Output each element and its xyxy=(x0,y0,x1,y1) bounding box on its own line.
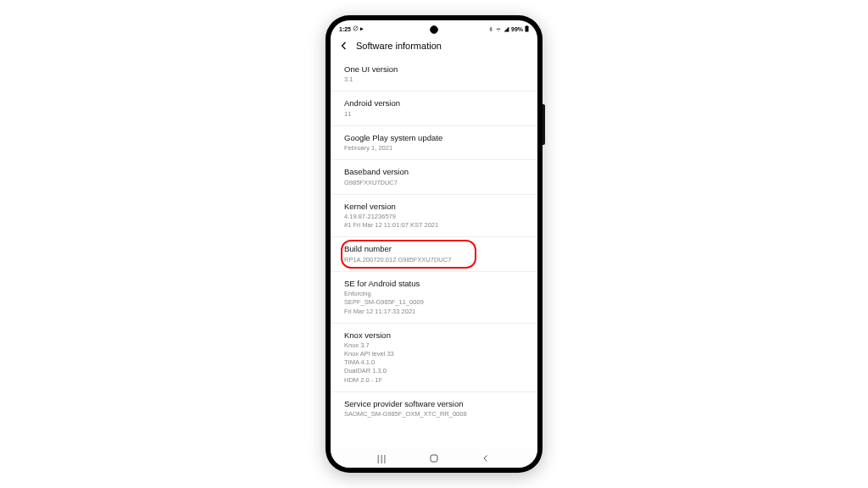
battery-percent: 99% xyxy=(511,26,523,32)
item-value: SAOMC_SM-G985F_OXM_XTC_RR_0008 xyxy=(344,410,524,419)
settings-item[interactable]: One UI version3.1 xyxy=(331,58,537,92)
item-label: Kernel version xyxy=(344,202,524,212)
svg-rect-3 xyxy=(526,25,528,26)
item-label: Knox version xyxy=(344,330,524,341)
settings-item[interactable]: Kernel version4.19.87-21236579 #1 Fri Ma… xyxy=(331,195,537,238)
item-value: February 1, 2021 xyxy=(344,144,524,152)
page-title: Software information xyxy=(356,41,442,51)
battery-icon xyxy=(525,25,529,32)
navigation-bar: ||| xyxy=(331,449,537,468)
mute-icon xyxy=(353,25,359,32)
signal-icon xyxy=(504,26,509,32)
item-value: G985FXXU7DUC7 xyxy=(344,179,524,187)
settings-item[interactable]: Knox versionKnox 3.7 Knox API level 33 T… xyxy=(331,324,537,392)
item-label: One UI version xyxy=(344,64,524,75)
item-label: Build number xyxy=(344,244,524,254)
settings-item[interactable]: Google Play system updateFebruary 1, 202… xyxy=(331,126,537,160)
settings-item[interactable]: Baseband versionG985FXXU7DUC7 xyxy=(331,160,537,194)
nav-home[interactable] xyxy=(421,453,447,463)
punch-hole-camera xyxy=(430,25,438,34)
phone-frame: 1:25 ▸ 99% xyxy=(326,15,542,473)
bluetooth-icon xyxy=(488,26,493,32)
settings-item[interactable]: Build numberRP1A.200720.012.G985FXXU7DUC… xyxy=(331,237,537,271)
back-button[interactable] xyxy=(339,41,349,51)
item-label: Google Play system update xyxy=(344,133,524,143)
svg-rect-2 xyxy=(526,26,529,32)
settings-item[interactable]: SE for Android statusEnforcing SEPF_SM-G… xyxy=(331,272,537,324)
settings-item[interactable]: Android version11 xyxy=(331,92,537,125)
screen: 1:25 ▸ 99% xyxy=(331,20,537,468)
item-value: 4.19.87-21236579 #1 Fri Mar 12 11:01:07 … xyxy=(344,213,524,230)
svg-line-1 xyxy=(354,27,358,30)
item-value: Enforcing SEPF_SM-G985F_11_0009 Fri Mar … xyxy=(344,290,524,315)
wifi-icon xyxy=(495,26,502,32)
item-label: SE for Android status xyxy=(344,279,524,289)
item-value: 3.1 xyxy=(344,75,524,84)
page-header: Software information xyxy=(331,36,537,58)
item-value: 11 xyxy=(344,110,524,119)
status-time: 1:25 xyxy=(339,26,351,32)
item-value: RP1A.200720.012.G985FXXU7DUC7 xyxy=(344,256,524,264)
item-value: Knox 3.7 Knox API level 33 TIMA 4.1.0 Du… xyxy=(344,341,524,385)
nav-back[interactable] xyxy=(473,453,498,463)
settings-item[interactable]: Service provider software versionSAOMC_S… xyxy=(331,392,537,425)
svg-rect-4 xyxy=(431,455,437,462)
more-icon: ▸ xyxy=(360,25,364,32)
settings-list[interactable]: One UI version3.1Android version11Google… xyxy=(331,58,537,449)
item-label: Android version xyxy=(344,98,524,108)
item-label: Baseband version xyxy=(344,167,524,177)
nav-recents[interactable]: ||| xyxy=(370,453,395,463)
item-label: Service provider software version xyxy=(344,399,524,409)
